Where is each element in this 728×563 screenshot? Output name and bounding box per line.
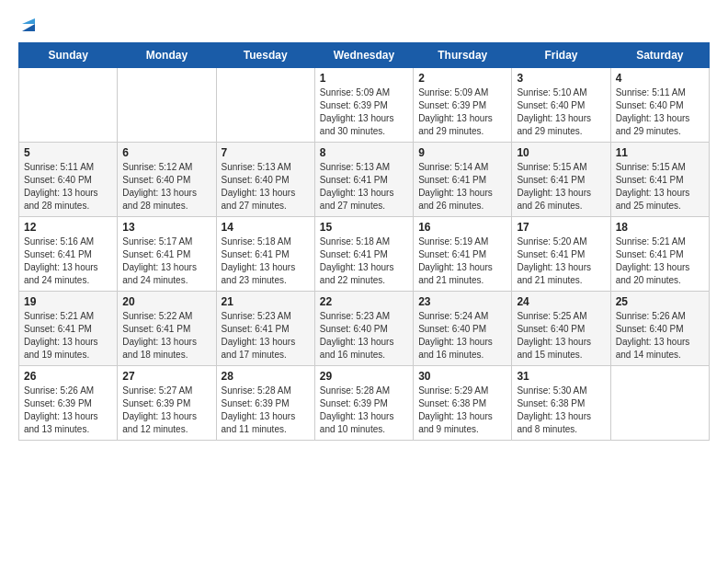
- day-number: 15: [320, 221, 408, 234]
- day-info: Sunrise: 5:26 AM Sunset: 6:40 PM Dayligh…: [616, 310, 704, 362]
- calendar-cell: [19, 68, 118, 143]
- day-number: 29: [320, 370, 408, 383]
- day-info: Sunrise: 5:25 AM Sunset: 6:40 PM Dayligh…: [517, 310, 605, 362]
- day-info: Sunrise: 5:22 AM Sunset: 6:41 PM Dayligh…: [122, 310, 210, 362]
- calendar-cell: 30Sunrise: 5:29 AM Sunset: 6:38 PM Dayli…: [414, 366, 512, 441]
- day-number: 4: [616, 72, 704, 85]
- weekday-header-thursday: Thursday: [414, 43, 512, 68]
- calendar-cell: 7Sunrise: 5:13 AM Sunset: 6:40 PM Daylig…: [216, 143, 314, 217]
- day-number: 2: [418, 72, 506, 85]
- day-info: Sunrise: 5:09 AM Sunset: 6:39 PM Dayligh…: [418, 86, 506, 138]
- day-number: 8: [320, 146, 408, 159]
- header: [18, 15, 710, 33]
- calendar-cell: [118, 68, 216, 143]
- weekday-header-wednesday: Wednesday: [314, 43, 413, 68]
- day-number: 5: [24, 146, 112, 159]
- calendar-cell: 20Sunrise: 5:22 AM Sunset: 6:41 PM Dayli…: [118, 292, 216, 366]
- calendar-cell: 25Sunrise: 5:26 AM Sunset: 6:40 PM Dayli…: [610, 292, 709, 366]
- day-info: Sunrise: 5:15 AM Sunset: 6:41 PM Dayligh…: [616, 161, 704, 213]
- calendar-table: SundayMondayTuesdayWednesdayThursdayFrid…: [18, 42, 710, 441]
- day-info: Sunrise: 5:15 AM Sunset: 6:41 PM Dayligh…: [517, 161, 605, 213]
- weekday-header-sunday: Sunday: [19, 43, 118, 68]
- calendar-cell: 19Sunrise: 5:21 AM Sunset: 6:41 PM Dayli…: [19, 292, 118, 366]
- day-number: 13: [122, 221, 210, 234]
- day-number: 12: [24, 221, 112, 234]
- calendar-cell: 3Sunrise: 5:10 AM Sunset: 6:40 PM Daylig…: [512, 68, 610, 143]
- calendar-cell: 27Sunrise: 5:27 AM Sunset: 6:39 PM Dayli…: [118, 366, 216, 441]
- day-info: Sunrise: 5:26 AM Sunset: 6:39 PM Dayligh…: [24, 385, 112, 436]
- weekday-header-monday: Monday: [118, 43, 216, 68]
- day-number: 9: [418, 146, 506, 159]
- day-info: Sunrise: 5:20 AM Sunset: 6:41 PM Dayligh…: [517, 236, 605, 287]
- calendar-cell: 21Sunrise: 5:23 AM Sunset: 6:41 PM Dayli…: [216, 292, 314, 366]
- day-info: Sunrise: 5:09 AM Sunset: 6:39 PM Dayligh…: [320, 86, 408, 138]
- day-info: Sunrise: 5:10 AM Sunset: 6:40 PM Dayligh…: [517, 86, 605, 138]
- calendar-cell: 23Sunrise: 5:24 AM Sunset: 6:40 PM Dayli…: [414, 292, 512, 366]
- day-info: Sunrise: 5:30 AM Sunset: 6:38 PM Dayligh…: [517, 385, 605, 436]
- calendar-cell: 6Sunrise: 5:12 AM Sunset: 6:40 PM Daylig…: [118, 143, 216, 217]
- day-info: Sunrise: 5:11 AM Sunset: 6:40 PM Dayligh…: [616, 86, 704, 138]
- logo-icon: [18, 15, 39, 35]
- calendar-cell: 2Sunrise: 5:09 AM Sunset: 6:39 PM Daylig…: [414, 68, 512, 143]
- logo: [18, 15, 39, 33]
- day-number: 18: [616, 221, 704, 234]
- calendar-cell: 15Sunrise: 5:18 AM Sunset: 6:41 PM Dayli…: [314, 217, 413, 292]
- day-info: Sunrise: 5:12 AM Sunset: 6:40 PM Dayligh…: [122, 161, 210, 213]
- day-info: Sunrise: 5:28 AM Sunset: 6:39 PM Dayligh…: [222, 385, 310, 436]
- day-info: Sunrise: 5:13 AM Sunset: 6:40 PM Dayligh…: [222, 161, 310, 213]
- day-number: 21: [222, 295, 310, 308]
- calendar-cell: 1Sunrise: 5:09 AM Sunset: 6:39 PM Daylig…: [314, 68, 413, 143]
- calendar-cell: 5Sunrise: 5:11 AM Sunset: 6:40 PM Daylig…: [19, 143, 118, 217]
- day-number: 11: [616, 146, 704, 159]
- day-info: Sunrise: 5:29 AM Sunset: 6:38 PM Dayligh…: [418, 385, 506, 436]
- day-number: 25: [616, 295, 704, 308]
- day-number: 19: [24, 295, 112, 308]
- calendar-cell: 9Sunrise: 5:14 AM Sunset: 6:41 PM Daylig…: [414, 143, 512, 217]
- day-info: Sunrise: 5:21 AM Sunset: 6:41 PM Dayligh…: [616, 236, 704, 287]
- calendar-cell: 4Sunrise: 5:11 AM Sunset: 6:40 PM Daylig…: [610, 68, 709, 143]
- day-info: Sunrise: 5:28 AM Sunset: 6:39 PM Dayligh…: [320, 385, 408, 436]
- day-number: 17: [517, 221, 605, 234]
- day-number: 20: [122, 295, 210, 308]
- page-container: SundayMondayTuesdayWednesdayThursdayFrid…: [0, 0, 728, 455]
- calendar-cell: 28Sunrise: 5:28 AM Sunset: 6:39 PM Dayli…: [216, 366, 314, 441]
- calendar-cell: 22Sunrise: 5:23 AM Sunset: 6:40 PM Dayli…: [314, 292, 413, 366]
- day-info: Sunrise: 5:17 AM Sunset: 6:41 PM Dayligh…: [122, 236, 210, 287]
- calendar-cell: 14Sunrise: 5:18 AM Sunset: 6:41 PM Dayli…: [216, 217, 314, 292]
- day-number: 3: [517, 72, 605, 85]
- day-number: 23: [418, 295, 506, 308]
- day-number: 22: [320, 295, 408, 308]
- calendar-cell: [216, 68, 314, 143]
- day-number: 24: [517, 295, 605, 308]
- day-number: 31: [517, 370, 605, 383]
- calendar-cell: 13Sunrise: 5:17 AM Sunset: 6:41 PM Dayli…: [118, 217, 216, 292]
- week-row-4: 19Sunrise: 5:21 AM Sunset: 6:41 PM Dayli…: [19, 292, 710, 366]
- week-row-1: 1Sunrise: 5:09 AM Sunset: 6:39 PM Daylig…: [19, 68, 710, 143]
- weekday-header-row: SundayMondayTuesdayWednesdayThursdayFrid…: [19, 43, 710, 68]
- day-number: 16: [418, 221, 506, 234]
- svg-marker-0: [22, 24, 35, 31]
- day-number: 14: [222, 221, 310, 234]
- calendar-cell: 16Sunrise: 5:19 AM Sunset: 6:41 PM Dayli…: [414, 217, 512, 292]
- weekday-header-saturday: Saturday: [610, 43, 709, 68]
- day-number: 27: [122, 370, 210, 383]
- day-info: Sunrise: 5:13 AM Sunset: 6:41 PM Dayligh…: [320, 161, 408, 213]
- calendar-cell: 31Sunrise: 5:30 AM Sunset: 6:38 PM Dayli…: [512, 366, 610, 441]
- day-number: 30: [418, 370, 506, 383]
- calendar-cell: 18Sunrise: 5:21 AM Sunset: 6:41 PM Dayli…: [610, 217, 709, 292]
- weekday-header-friday: Friday: [512, 43, 610, 68]
- week-row-3: 12Sunrise: 5:16 AM Sunset: 6:41 PM Dayli…: [19, 217, 710, 292]
- day-number: 7: [222, 146, 310, 159]
- calendar-cell: 24Sunrise: 5:25 AM Sunset: 6:40 PM Dayli…: [512, 292, 610, 366]
- calendar-cell: [610, 366, 709, 441]
- day-info: Sunrise: 5:23 AM Sunset: 6:40 PM Dayligh…: [320, 310, 408, 362]
- calendar-cell: 26Sunrise: 5:26 AM Sunset: 6:39 PM Dayli…: [19, 366, 118, 441]
- day-number: 10: [517, 146, 605, 159]
- day-info: Sunrise: 5:27 AM Sunset: 6:39 PM Dayligh…: [122, 385, 210, 436]
- week-row-2: 5Sunrise: 5:11 AM Sunset: 6:40 PM Daylig…: [19, 143, 710, 217]
- day-info: Sunrise: 5:11 AM Sunset: 6:40 PM Dayligh…: [24, 161, 112, 213]
- calendar-cell: 29Sunrise: 5:28 AM Sunset: 6:39 PM Dayli…: [314, 366, 413, 441]
- calendar-cell: 10Sunrise: 5:15 AM Sunset: 6:41 PM Dayli…: [512, 143, 610, 217]
- day-info: Sunrise: 5:14 AM Sunset: 6:41 PM Dayligh…: [418, 161, 506, 213]
- calendar-cell: 17Sunrise: 5:20 AM Sunset: 6:41 PM Dayli…: [512, 217, 610, 292]
